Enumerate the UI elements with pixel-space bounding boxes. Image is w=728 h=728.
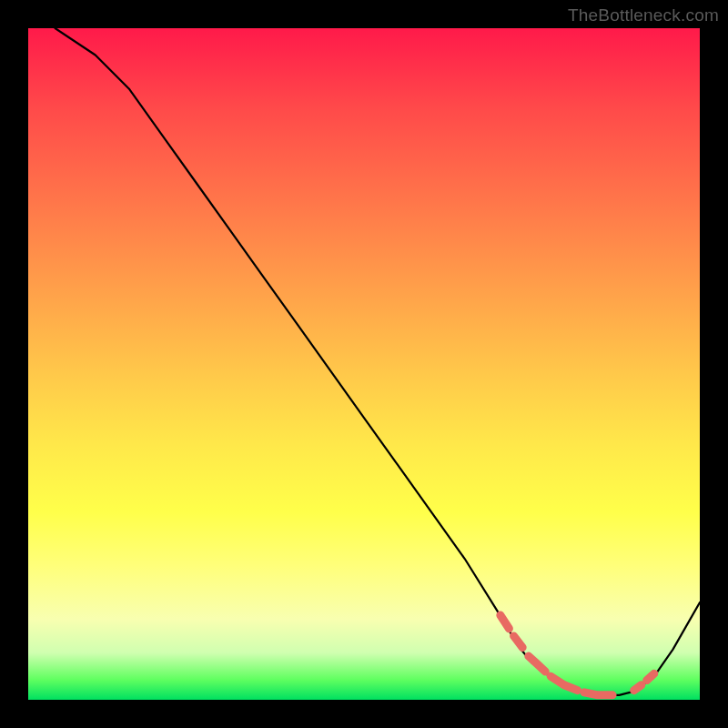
highlight-segment xyxy=(514,636,523,648)
bottleneck-curve xyxy=(56,28,700,695)
highlight-segment xyxy=(529,656,545,672)
highlight-segment xyxy=(500,615,510,629)
highlight-segment xyxy=(647,673,654,680)
highlight-segment xyxy=(634,685,642,691)
plot-area xyxy=(28,28,700,700)
watermark-text: TheBottleneck.com xyxy=(568,5,719,25)
highlight-segment xyxy=(551,676,578,691)
highlight-segment xyxy=(584,693,612,695)
chart-svg xyxy=(28,28,700,700)
